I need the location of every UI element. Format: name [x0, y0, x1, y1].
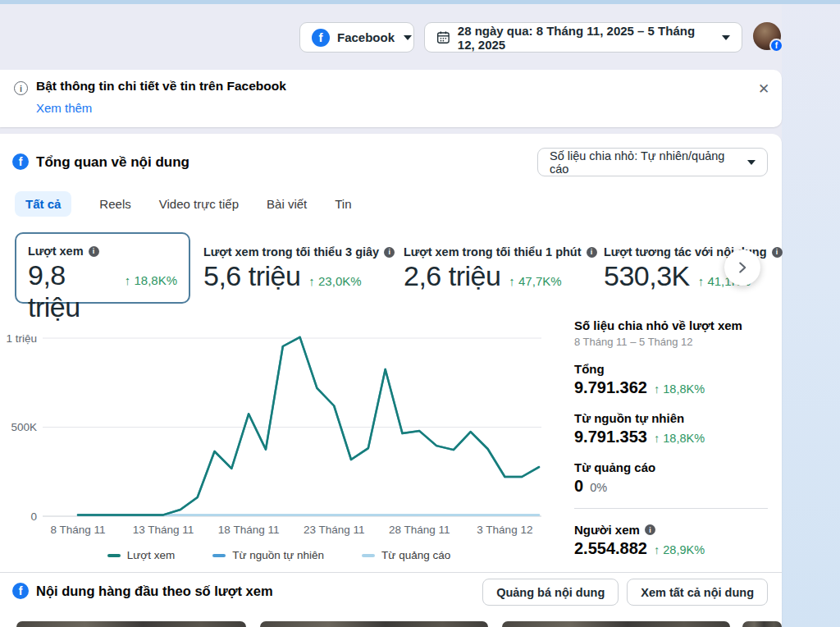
x-axis-tick: 23 Tháng 11: [304, 524, 365, 536]
info-icon[interactable]: i: [587, 247, 597, 258]
user-avatar[interactable]: f: [753, 22, 781, 50]
metric-value-row: 5,6 triệu↑ 23,0K%: [203, 260, 387, 292]
stat-value-row: 9.791.362↑ 18,8K%: [574, 378, 768, 397]
info-icon[interactable]: i: [384, 247, 395, 258]
metric-delta: ↑ 18,8K%: [125, 273, 177, 287]
metric-breakdown-select[interactable]: Số liệu chia nhỏ: Tự nhiên/quảng cáo: [537, 148, 768, 176]
info-icon: i: [14, 81, 28, 95]
platform-selector[interactable]: f Facebook: [299, 22, 414, 53]
stat-group: Từ nguồn tự nhiên9.791.353↑ 18,8K%: [574, 411, 768, 446]
metric-cards-row: Lượt xemi9,8 triệu↑ 18,8K%Lượt xem trong…: [0, 232, 782, 304]
y-axis-tick: 500K: [11, 421, 37, 433]
stat-label: Người xemi: [574, 523, 768, 537]
x-axis-tick: 28 Tháng 11: [389, 524, 450, 536]
info-icon[interactable]: i: [645, 524, 655, 535]
legend-item: Lượt xem: [107, 549, 175, 561]
promote-content-button[interactable]: Quảng bá nội dung: [482, 579, 619, 606]
metric-label: Lượt xem trong tối thiểu 3 giâyi: [203, 245, 387, 259]
content-thumbnail[interactable]: [260, 621, 488, 627]
views-breakdown-panel: Số liệu chia nhỏ về lượt xem 8 Tháng 11 …: [574, 318, 768, 558]
metric-card-3[interactable]: Lượt xem trong tối thiểu 1 phúti2,6 triệ…: [404, 234, 587, 303]
metric-label-text: Lượt xem trong tối thiểu 1 phút: [404, 245, 582, 259]
legend-label: Từ nguồn tự nhiên: [232, 549, 324, 561]
metric-label-text: Lượt xem trong tối thiểu 3 giây: [203, 245, 379, 259]
breakdown-title: Số liệu chia nhỏ về lượt xem: [574, 318, 768, 332]
metric-value: 5,6 triệu: [203, 260, 300, 292]
divider: [574, 508, 768, 509]
metric-card-2[interactable]: Lượt xem trong tối thiểu 3 giâyi5,6 triệ…: [203, 234, 387, 303]
content-thumbnail[interactable]: [16, 621, 246, 627]
stat-value: 0: [574, 477, 583, 496]
chart-legend: Lượt xemTừ nguồn tự nhiênTừ quảng cáo: [0, 549, 558, 561]
metric-delta: ↑ 23,0K%: [308, 274, 361, 288]
metric-card-1[interactable]: Lượt xemi9,8 triệu↑ 18,8K%: [15, 232, 190, 304]
stat-label-text: Từ nguồn tự nhiên: [574, 411, 684, 425]
metric-value: 530,3K: [604, 260, 690, 292]
close-icon[interactable]: ✕: [753, 78, 774, 99]
stat-group: Người xemi2.554.882↑ 28,9K%: [574, 523, 768, 558]
tab-1[interactable]: Tất cả: [15, 191, 71, 217]
top-content-title: Nội dung hàng đầu theo số lượt xem: [36, 584, 273, 599]
facebook-logo-icon: f: [312, 29, 330, 47]
views-line-chart: 0500K1 triệu8 Tháng 1113 Tháng 1118 Thán…: [0, 318, 558, 542]
legend-label: Lượt xem: [127, 549, 175, 561]
metric-label: Lượt xemi: [28, 245, 177, 258]
chevron-down-icon: [404, 35, 412, 40]
tab-3[interactable]: Video trực tiếp: [159, 191, 239, 217]
tab-4[interactable]: Bài viết: [267, 191, 307, 217]
chevron-right-icon: [733, 259, 751, 277]
page-background-strip: [782, 4, 840, 627]
x-axis-tick: 13 Tháng 11: [133, 524, 194, 536]
metric-breakdown-label: Số liệu chia nhỏ: Tự nhiên/quảng cáo: [550, 149, 738, 176]
metric-value-row: 9,8 triệu↑ 18,8K%: [28, 259, 177, 323]
facebook-badge-icon: f: [769, 39, 783, 53]
stat-label-text: Từ quảng cáo: [574, 460, 655, 474]
top-content-section: f Nội dung hàng đầu theo số lượt xem Quả…: [0, 572, 782, 627]
legend-swatch: [212, 554, 226, 557]
see-all-content-button[interactable]: Xem tất cả nội dung: [627, 579, 768, 606]
metric-label-text: Lượt xem: [28, 245, 84, 258]
tab-5[interactable]: Tin: [335, 191, 351, 217]
content-thumbnail[interactable]: [742, 621, 782, 627]
facebook-section-icon: f: [12, 583, 29, 599]
x-axis-tick: 8 Tháng 11: [50, 524, 105, 536]
info-icon[interactable]: i: [89, 246, 99, 257]
platform-selector-label: Facebook: [337, 30, 395, 44]
legend-label: Từ quảng cáo: [381, 549, 450, 561]
metric-label: Lượt xem trong tối thiểu 1 phúti: [404, 245, 587, 259]
y-axis-tick: 1 triệu: [6, 332, 37, 345]
next-metrics-button[interactable]: [724, 249, 760, 286]
x-axis-tick: 18 Tháng 11: [218, 524, 280, 536]
breakdown-date-range: 8 Tháng 11 – 5 Tháng 12: [574, 336, 768, 348]
window-top-edge: [0, 0, 840, 4]
stat-delta: ↑ 18,8K%: [654, 432, 705, 445]
meta-business-suite-insights: f Facebook 28 ngày qua: 8 Tháng 11, 2025…: [0, 0, 840, 627]
content-thumbnails-row: [0, 621, 782, 627]
info-icon[interactable]: i: [772, 247, 783, 258]
stat-label-text: Người xem: [574, 523, 640, 537]
see-more-link[interactable]: Xem thêm: [36, 101, 92, 115]
metric-delta: ↑ 47,7K%: [509, 274, 561, 288]
tab-2[interactable]: Reels: [99, 191, 130, 217]
stat-value: 9.791.362: [574, 378, 647, 397]
stat-label: Từ nguồn tự nhiên: [574, 411, 768, 425]
top-content-actions: Quảng bá nội dungXem tất cả nội dung: [482, 579, 768, 606]
metric-value-row: 2,6 triệu↑ 47,7K%: [404, 260, 587, 292]
stat-delta: ↑ 18,8K%: [654, 382, 705, 396]
metric-value: 2,6 triệu: [404, 260, 500, 292]
stat-value: 9.791.353: [574, 428, 647, 446]
stat-label-text: Tổng: [574, 362, 605, 376]
x-axis-tick: 3 Tháng 12: [477, 524, 532, 536]
y-axis-tick: 0: [30, 510, 37, 523]
legend-swatch: [362, 554, 375, 557]
calendar-icon: [436, 30, 450, 45]
stat-delta: ↑ 28,9K%: [654, 543, 705, 556]
chevron-down-icon: [747, 160, 756, 165]
stat-group: Tổng9.791.362↑ 18,8K%: [574, 362, 768, 397]
legend-item: Từ quảng cáo: [362, 549, 450, 561]
banner-title: Bật thông tin chi tiết về tin trên Faceb…: [36, 79, 286, 94]
stat-value-row: 00%: [574, 477, 768, 496]
series-line: [78, 337, 539, 515]
content-thumbnail[interactable]: [502, 621, 730, 627]
date-range-selector[interactable]: 28 ngày qua: 8 Tháng 11, 2025 – 5 Tháng …: [424, 22, 742, 53]
